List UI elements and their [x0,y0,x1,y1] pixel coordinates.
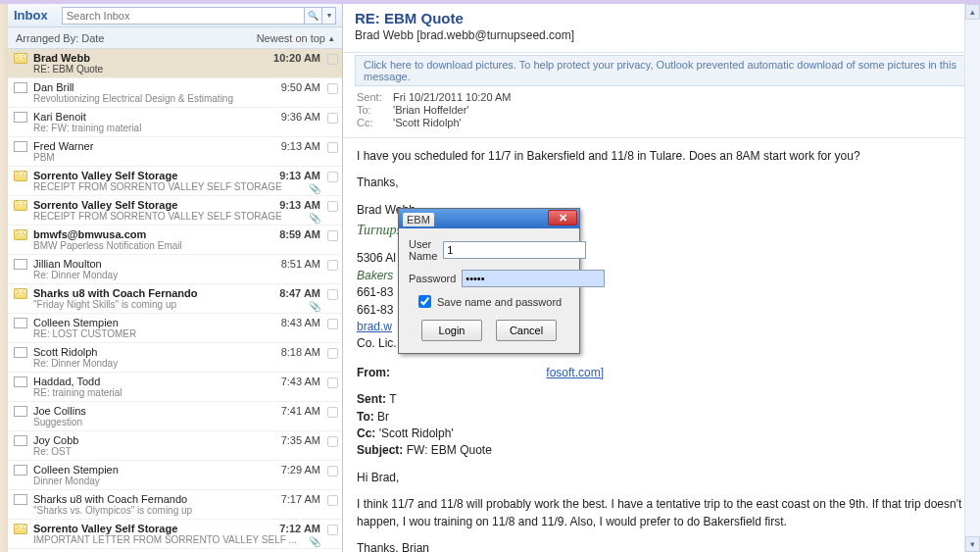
message-subject: BMW Paperless Notification Email [33,240,336,251]
sent-label: Sent: [357,91,390,103]
message-subject: "Friday Night Skills" is coming up [33,299,336,310]
flag-toggle[interactable] [327,201,338,212]
q1-cc-label: Cc: [357,427,375,440]
close-button[interactable]: ✕ [548,210,577,226]
message-subject: IMPORTANT LETTER FROM SORRENTO VALLEY SE… [33,534,336,545]
q1-from-link-tail[interactable]: fosoft.com] [546,366,604,379]
flag-toggle[interactable] [327,348,338,359]
open-envelope-icon [14,406,27,417]
message-time: 7:12 AM [279,523,320,534]
message-subject: Re: FW: training material [33,123,336,133]
message-subject: "Sharks vs. Olympicos" is coming up [33,505,336,516]
flag-toggle[interactable] [327,289,338,300]
flag-toggle[interactable] [327,495,338,506]
open-envelope-icon [14,347,27,358]
open-envelope-icon [14,141,27,152]
chevron-up-icon: ▴ [329,33,334,43]
inbox-header: Inbox 🔍 ▾ [8,4,342,27]
scroll-up-icon[interactable]: ▴ [965,4,980,20]
search-button[interactable]: 🔍 [305,7,322,25]
message-row[interactable]: Kari BenoitRe: FW: training material9:36… [8,108,342,137]
download-pictures-banner[interactable]: Click here to download pictures. To help… [355,55,968,86]
flag-toggle[interactable] [327,466,338,477]
search-input[interactable] [62,7,305,25]
message-subject: Suggestion [33,417,336,427]
message-subject: Dinner Monday [33,476,336,486]
message-list: Brad WebbRE: EBM Quote10:20 AMDan BrillR… [8,49,342,552]
flag-toggle[interactable] [327,230,338,241]
flag-toggle[interactable] [327,377,338,388]
message-row[interactable]: Sharks u8 with Coach Fernando"Sharks vs.… [8,490,342,520]
message-row[interactable]: Colleen StempienRE: LOST CUSTOMER8:43 AM [8,314,342,343]
save-credentials-label: Save name and password [437,296,562,308]
flag-toggle[interactable] [327,142,338,153]
message-row[interactable]: Brad WebbRE: EBM Quote10:20 AM [8,49,342,78]
open-envelope-icon [14,494,27,505]
message-row[interactable]: Haddad, ToddRE: training material7:43 AM [8,373,342,402]
sort-order-label: Newest on top [257,32,325,44]
reading-meta: Sent: Fri 10/21/2011 10:20 AM To: 'Brian… [343,90,980,138]
scroll-down-icon[interactable]: ▾ [965,536,980,552]
sig-email-link[interactable]: brad.w [357,320,392,333]
message-row[interactable]: Sorrento Valley Self StorageRECEIPT FROM… [8,167,342,196]
cc-value: 'Scott Ridolph' [393,117,462,128]
username-input[interactable] [443,241,586,259]
sort-order-toggle[interactable]: Newest on top ▴ [257,32,334,44]
message-row[interactable]: Jillian MoultonRe: Dinner Monday8:51 AM [8,255,342,284]
flag-toggle[interactable] [327,172,338,182]
password-label: Password [409,273,456,284]
message-subject: RE: training material [33,387,336,398]
reading-from: Brad Webb [brad.webb@turnupseed.com] [355,28,968,42]
message-subject: PBM [33,152,336,163]
flag-toggle[interactable] [327,83,338,94]
search-scope-dropdown[interactable]: ▾ [322,7,336,25]
cancel-button[interactable]: Cancel [496,320,557,341]
message-time: 8:59 AM [279,228,320,240]
save-credentials-checkbox[interactable] [418,295,431,308]
password-input[interactable] [462,270,605,287]
envelope-icon [14,171,27,181]
message-row[interactable]: Joy CobbRe: OST7:35 AM [8,431,342,461]
open-envelope-icon [14,465,27,476]
dialog-title: EBM [403,213,434,226]
message-row[interactable]: Sharks u8 with Coach Fernando"Friday Nig… [8,284,342,314]
open-envelope-icon [14,318,27,328]
message-row[interactable]: Scott RidolphRe: Dinner Monday8:18 AM [8,343,342,373]
flag-toggle[interactable] [327,525,338,535]
message-time: 8:51 AM [281,258,320,270]
message-time: 9:50 AM [281,81,320,93]
search-wrap: 🔍 ▾ [62,7,336,25]
flag-toggle[interactable] [327,436,338,447]
open-envelope-icon [14,82,27,93]
reading-scrollbar[interactable]: ▴ ▾ [964,4,980,552]
flag-toggle[interactable] [327,113,338,124]
reading-subject: RE: EBM Quote [355,10,968,26]
attachment-icon: 📎 [309,183,320,194]
cc-label: Cc: [357,117,390,128]
message-time: 8:47 AM [279,287,320,299]
dialog-body: User Name Password Save name and passwor… [399,228,579,353]
q1-to: Br [377,410,389,424]
q1-to-label: To: [357,410,374,424]
message-row[interactable]: Sorrento Valley Self StorageIMPORTANT LE… [8,520,342,549]
message-row[interactable]: Dan BrillRevolutionizing Electrical Desi… [8,78,342,108]
open-envelope-icon [14,112,27,123]
message-row[interactable]: Joe CollinsSuggestion7:41 AM [8,402,342,431]
message-row[interactable]: Colleen StempienDinner Monday7:29 AM [8,461,342,490]
message-row[interactable]: bmwfs@bmwusa.comBMW Paperless Notificati… [8,226,342,255]
flag-toggle[interactable] [327,319,338,329]
flag-toggle[interactable] [327,54,338,65]
arrange-bar[interactable]: Arranged By: Date Newest on top ▴ [8,27,342,49]
message-row[interactable]: Fred WarnerPBM9:13 AM [8,137,342,167]
flag-toggle[interactable] [327,407,338,418]
arrange-by-label[interactable]: Arranged By: Date [16,32,105,44]
dialog-titlebar[interactable]: EBM ✕ [399,209,579,228]
q1-sent: T [389,392,396,406]
envelope-icon [14,200,27,211]
login-button[interactable]: Login [421,320,482,341]
message-row[interactable]: Sorrento Valley Self StorageRECEIPT FROM… [8,196,342,226]
message-time: 7:43 AM [281,376,320,387]
message-time: 10:20 AM [273,52,320,64]
open-envelope-icon [14,259,27,270]
flag-toggle[interactable] [327,260,338,271]
